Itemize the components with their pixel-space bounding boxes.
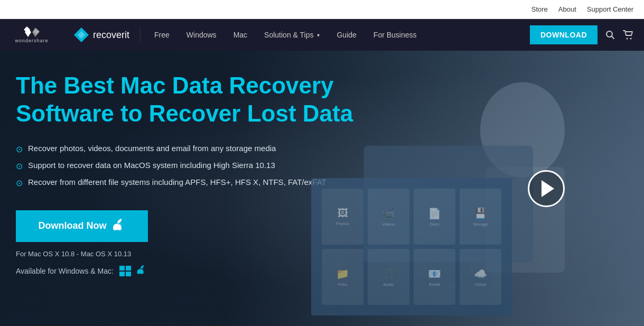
svg-point-7	[630, 38, 632, 40]
svg-line-5	[612, 36, 614, 39]
app-icon-files: 📁 Files	[322, 249, 363, 305]
wondershare-icon	[24, 26, 40, 37]
nav-link-free[interactable]: Free	[146, 19, 178, 51]
mac-icon	[112, 219, 126, 234]
cart-button[interactable]	[623, 30, 633, 40]
store-link[interactable]: Store	[531, 5, 548, 13]
svg-rect-16	[119, 272, 125, 276]
svg-point-6	[627, 38, 628, 40]
nav-links: Free Windows Mac Solution & Tips ▾ Guide…	[141, 19, 519, 51]
feature-icon-2: ⊙	[16, 161, 23, 171]
feature-item-2: ⊙ Support to recover data on MacOS syste…	[16, 161, 391, 171]
main-nav: wondershare recoverit Free Windows Mac S…	[0, 19, 644, 51]
nav-actions: DOWNLOAD	[519, 25, 644, 44]
app-icon-docs: 📄 Docs	[414, 189, 455, 245]
svg-rect-14	[119, 266, 125, 271]
nav-link-solution[interactable]: Solution & Tips ▾	[256, 19, 328, 51]
play-triangle-icon	[542, 180, 554, 197]
recoverit-diamond-icon	[74, 27, 89, 42]
nav-link-windows[interactable]: Windows	[178, 19, 225, 51]
hero-title: The Best Mac Data Recovery Software to R…	[16, 72, 391, 128]
feature-icon-1: ⊙	[16, 144, 23, 154]
wondershare-brand[interactable]: wondershare	[0, 19, 63, 51]
feature-item-1: ⊙ Recover photos, videos, documents and …	[16, 144, 391, 154]
os-icons	[119, 266, 148, 276]
nav-link-business[interactable]: For Business	[365, 19, 425, 51]
app-icon-email: 📧 Email	[414, 249, 455, 305]
recoverit-logo[interactable]: recoverit	[63, 27, 141, 42]
app-screenshot-grid: 🖼 Photos 📹 Videos 📄 Docs 💾 Storage 📁 Fil…	[311, 178, 512, 315]
app-icon-storage: 💾 Storage	[460, 189, 501, 245]
search-button[interactable]	[605, 30, 615, 40]
svg-rect-17	[126, 272, 131, 276]
download-now-button[interactable]: Download Now	[16, 210, 148, 242]
mac-os-icon	[136, 266, 148, 276]
support-center-link[interactable]: Support Center	[587, 5, 633, 13]
top-utility-bar: Store About Support Center	[0, 0, 644, 19]
hero-section: The Best Mac Data Recovery Software to R…	[0, 51, 644, 326]
feature-icon-3: ⊙	[16, 178, 23, 188]
nav-link-mac[interactable]: Mac	[225, 19, 256, 51]
nav-link-guide[interactable]: Guide	[328, 19, 365, 51]
app-icon-photos: 🖼 Photos	[322, 189, 363, 245]
nav-download-button[interactable]: DOWNLOAD	[530, 25, 598, 44]
solution-dropdown-arrow: ▾	[317, 32, 320, 38]
play-video-button[interactable]	[528, 170, 565, 207]
app-screenshot: 🖼 Photos 📹 Videos 📄 Docs 💾 Storage 📁 Fil…	[311, 178, 512, 315]
wondershare-text: wondershare	[15, 38, 48, 43]
recoverit-text: recoverit	[93, 30, 129, 41]
app-icon-videos: 📹 Videos	[368, 189, 409, 245]
app-icon-audio: 🎵 Audio	[368, 249, 409, 305]
app-icon-cloud: ☁️ Cloud	[460, 249, 501, 305]
about-link[interactable]: About	[558, 5, 576, 13]
svg-marker-1	[32, 27, 39, 37]
windows-icon	[119, 266, 132, 276]
svg-marker-0	[25, 27, 31, 37]
svg-rect-15	[126, 266, 131, 271]
